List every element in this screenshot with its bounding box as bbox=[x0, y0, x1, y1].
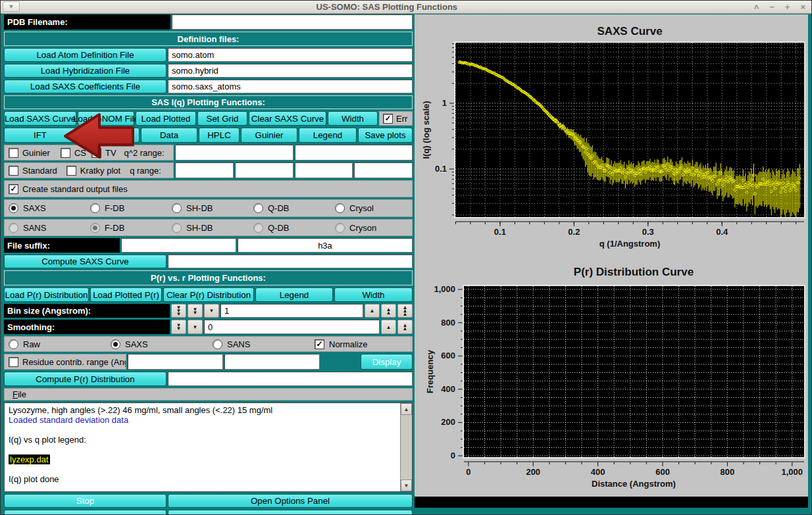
load-hybridization-button[interactable]: Load Hybridization File bbox=[4, 64, 166, 78]
load-atom-definition-button[interactable]: Load Atom Definition File bbox=[4, 48, 166, 62]
set-grid-button[interactable]: Set Grid bbox=[197, 111, 247, 126]
svg-text:200: 200 bbox=[526, 467, 540, 477]
bin-size-down-icon[interactable] bbox=[204, 304, 219, 318]
hybridization-file-input[interactable]: somo.hybrid bbox=[168, 64, 413, 78]
width-button-pr[interactable]: Width bbox=[334, 287, 413, 302]
compute-saxs-curve-button[interactable]: Compute SAXS Curve bbox=[4, 255, 166, 268]
qdb-sans-radio-label: Q-DB bbox=[268, 223, 290, 233]
q2-range-label: q^2 range: bbox=[124, 148, 165, 158]
file-suffix-input[interactable] bbox=[121, 238, 236, 253]
qdb-sans-radio[interactable] bbox=[253, 223, 263, 233]
width-button-saxs[interactable]: Width bbox=[328, 111, 378, 126]
svg-text:1,000: 1,000 bbox=[434, 284, 455, 294]
q2-range-min-input[interactable] bbox=[175, 145, 293, 160]
guinier-button[interactable]: Guinier bbox=[241, 128, 297, 143]
load-gnom-file-button[interactable]: Load GNOM File bbox=[78, 111, 134, 126]
kratky-checkbox[interactable] bbox=[66, 166, 76, 176]
q-range-input-1[interactable] bbox=[175, 162, 234, 178]
close-button[interactable]: Close bbox=[168, 510, 413, 515]
maximize-icon[interactable]: + bbox=[785, 3, 790, 11]
svg-text:P(r) Distribution Curve: P(r) Distribution Curve bbox=[574, 266, 694, 278]
fdb-saxs-radio-label: F-DB bbox=[105, 203, 124, 213]
fdb-sans-radio[interactable] bbox=[90, 223, 100, 233]
bin-size-page-up-icon[interactable] bbox=[397, 304, 413, 318]
shade-icon[interactable]: ˄ bbox=[754, 3, 759, 11]
tv-checkbox[interactable] bbox=[91, 148, 101, 158]
q-range-label: q range: bbox=[130, 166, 161, 176]
saxs-curve-plot[interactable]: SAXS Curve10.10.10.20.30.4q (1/Angstrom)… bbox=[415, 14, 808, 257]
log-scrollbar[interactable] bbox=[400, 403, 412, 491]
cs-checkbox[interactable] bbox=[61, 148, 70, 158]
ift-button[interactable]: IFT bbox=[4, 128, 76, 143]
saxs-method-radio-label: SAXS bbox=[23, 203, 46, 213]
scroll-up-icon[interactable] bbox=[401, 403, 412, 415]
sans-method-radio[interactable] bbox=[9, 223, 18, 233]
smoothing-down-icon[interactable] bbox=[188, 320, 203, 334]
err-checkbox[interactable] bbox=[383, 114, 393, 124]
saxs-coefficients-file-input[interactable]: somo.saxs_atoms bbox=[168, 80, 413, 93]
saxs-source-radio[interactable] bbox=[111, 339, 120, 349]
message-log[interactable]: Lysozyme, high angles (>.22) 46 mg/ml, s… bbox=[4, 403, 413, 492]
crysol-radio-label: Crysol bbox=[349, 203, 374, 213]
stop-button[interactable]: Stop bbox=[4, 494, 166, 508]
minimize-icon[interactable]: − bbox=[769, 3, 774, 11]
window-menu-button[interactable]: ▼ bbox=[3, 1, 20, 12]
saxs-method-radio[interactable] bbox=[9, 203, 18, 213]
bin-size-up-icon[interactable] bbox=[365, 304, 380, 318]
data-button[interactable]: Data bbox=[141, 128, 197, 143]
window-menu-icon: ▼ bbox=[9, 4, 14, 10]
load-plotted-pr-button[interactable]: Load Plotted P(r) bbox=[90, 287, 162, 302]
bin-size-page-down-icon[interactable] bbox=[171, 304, 186, 318]
pdb-filename-input[interactable] bbox=[172, 14, 413, 30]
standard-checkbox[interactable] bbox=[9, 166, 18, 176]
q-range-input-2[interactable] bbox=[235, 162, 293, 178]
smoothing-step-down-icon[interactable] bbox=[171, 320, 186, 334]
atom-definition-file-input[interactable]: somo.atom bbox=[168, 48, 413, 62]
guinier-checkbox[interactable] bbox=[9, 148, 18, 158]
q-range-input-4[interactable] bbox=[354, 162, 413, 178]
help-button[interactable]: Help bbox=[4, 510, 166, 515]
create-standard-output-checkbox[interactable] bbox=[9, 184, 18, 194]
log-line bbox=[9, 445, 397, 454]
smoothing-step-up-icon[interactable] bbox=[397, 320, 413, 334]
compute-pr-distribution-button[interactable]: Compute P(r) Distribution bbox=[4, 372, 166, 386]
normalize-checkbox[interactable] bbox=[315, 339, 324, 349]
bin-size-step-up-icon[interactable] bbox=[381, 304, 396, 318]
scroll-down-icon[interactable] bbox=[401, 479, 412, 491]
crysol-radio[interactable] bbox=[335, 203, 345, 213]
q2-range-max-input[interactable] bbox=[295, 145, 413, 160]
sans-method-radio-label: SANS bbox=[23, 223, 46, 233]
legend-button-saxs[interactable]: Legend bbox=[299, 128, 357, 143]
load-saxs-curve-button[interactable]: Load SAXS Curve bbox=[4, 111, 76, 126]
hplc-button[interactable]: HPLC bbox=[199, 128, 240, 143]
bin-size-input[interactable]: 1 bbox=[220, 304, 363, 318]
search-button[interactable]: Search bbox=[78, 128, 140, 143]
pr-distribution-plot[interactable]: P(r) Distribution Curve02004006008001,00… bbox=[415, 258, 808, 497]
load-pr-distribution-button[interactable]: Load P(r) Distribution bbox=[4, 287, 89, 302]
sans-source-radio[interactable] bbox=[213, 339, 222, 349]
close-icon[interactable]: × bbox=[800, 3, 805, 11]
raw-radio[interactable] bbox=[9, 339, 18, 349]
shdb-saxs-radio[interactable] bbox=[172, 203, 182, 213]
q-range-input-3[interactable] bbox=[295, 162, 353, 178]
open-options-panel-button[interactable]: Open Options Panel bbox=[168, 494, 413, 508]
load-plotted-button[interactable]: Load Plotted bbox=[136, 111, 196, 126]
residue-contrib-checkbox[interactable] bbox=[9, 357, 18, 367]
fdb-saxs-radio[interactable] bbox=[90, 203, 100, 213]
qdb-saxs-radio[interactable] bbox=[253, 203, 263, 213]
clear-pr-distribution-button[interactable]: Clear P(r) Distribution bbox=[163, 287, 254, 302]
clear-saxs-curve-button[interactable]: Clear SAXS Curve bbox=[249, 111, 326, 126]
load-saxs-coefficients-button[interactable]: Load SAXS Coefficients File bbox=[4, 80, 166, 93]
titlebar: ▼ US-SOMO: SAS Plotting Functions ˄ − + … bbox=[0, 0, 812, 14]
bin-size-step-down-icon[interactable] bbox=[188, 304, 203, 318]
residue-range-min-input[interactable] bbox=[128, 354, 223, 370]
smoothing-up-icon[interactable] bbox=[381, 320, 396, 334]
save-plots-button[interactable]: Save plots bbox=[358, 128, 413, 143]
legend-button-pr[interactable]: Legend bbox=[255, 287, 333, 302]
file-menu[interactable]: File bbox=[13, 389, 26, 399]
cryson-radio[interactable] bbox=[335, 223, 345, 233]
display-button[interactable]: Display bbox=[361, 354, 413, 370]
residue-range-max-input[interactable] bbox=[224, 354, 320, 370]
shdb-sans-radio[interactable] bbox=[172, 223, 182, 233]
smoothing-input[interactable]: 0 bbox=[204, 320, 380, 334]
